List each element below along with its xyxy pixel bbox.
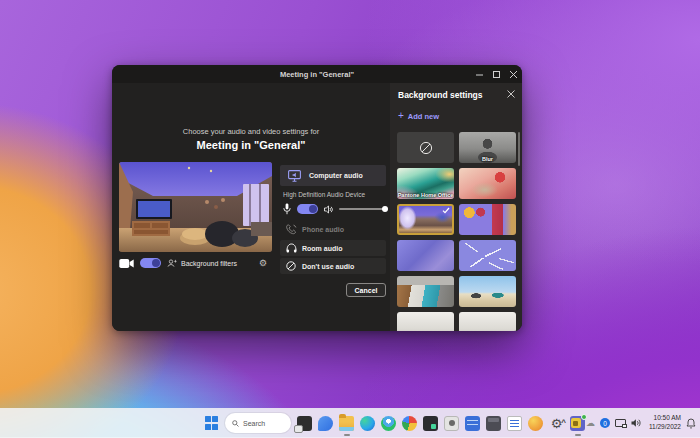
background-thumbnail-pink-scene[interactable] xyxy=(459,168,516,199)
camera-icon xyxy=(119,259,134,268)
maximize-icon xyxy=(493,71,500,78)
phone-audio-option[interactable]: Phone audio xyxy=(280,222,386,237)
windows-taskbar: Search ⚙ T ^ ☁ 0 10:50 AM 11/29/2022 xyxy=(0,408,700,438)
window-title: Meeting in "General" xyxy=(112,70,522,79)
tray-icon-yellow[interactable] xyxy=(571,418,581,428)
background-thumbnail-blur[interactable]: Blur xyxy=(459,132,516,163)
computer-audio-icon xyxy=(288,170,301,182)
orange-app-button[interactable] xyxy=(528,416,543,431)
minimize-icon xyxy=(476,71,483,78)
network-display-icon[interactable] xyxy=(615,419,626,427)
tray-overflow-chevron[interactable]: ^ xyxy=(561,419,566,427)
clock-date: 11/29/2022 xyxy=(649,423,681,432)
video-preview-room-scene xyxy=(119,162,272,252)
clock-time: 10:50 AM xyxy=(649,414,681,423)
document-app-button[interactable] xyxy=(507,416,522,431)
notifications-bell-icon[interactable] xyxy=(686,418,696,429)
background-filters-label[interactable]: Background filters xyxy=(181,260,237,267)
background-thumbnail-purple-abstract[interactable] xyxy=(397,240,454,271)
taskbar-clock[interactable]: 10:50 AM 11/29/2022 xyxy=(649,414,681,432)
background-thumbnail-none[interactable] xyxy=(397,132,454,163)
background-thumbnail-pantone-home-office[interactable]: Pantone Home Office xyxy=(397,168,454,199)
background-thumbnail-purple-living-room[interactable] xyxy=(397,204,454,235)
room-audio-option[interactable]: Room audio xyxy=(280,240,386,256)
dont-use-audio-option[interactable]: Don't use audio xyxy=(280,258,386,274)
browser-icon-1[interactable] xyxy=(381,416,396,431)
browser-icon-2[interactable] xyxy=(402,416,417,431)
background-thumbnail-red-purple-room[interactable] xyxy=(459,204,516,235)
search-icon xyxy=(232,420,239,427)
room-audio-label: Room audio xyxy=(302,245,342,252)
audio-device-name: High Definition Audio Device xyxy=(283,191,365,198)
computer-audio-option[interactable]: Computer audio xyxy=(280,165,386,186)
computer-audio-label: Computer audio xyxy=(309,172,363,179)
volume-slider-knob[interactable] xyxy=(382,206,388,212)
microphone-toggle[interactable] xyxy=(297,204,318,214)
microphone-icon xyxy=(283,203,291,215)
camera-app-button[interactable] xyxy=(444,416,459,431)
notes-app-button[interactable] xyxy=(465,416,480,431)
background-thumbnail-light-interior-1[interactable] xyxy=(397,312,454,331)
none-icon xyxy=(419,141,433,155)
volume-icon[interactable] xyxy=(631,418,641,428)
teams-meeting-window: Meeting in "General" Choose your audio a… xyxy=(112,65,522,331)
volume-slider[interactable] xyxy=(339,208,386,210)
minimize-button[interactable] xyxy=(471,65,488,83)
phone-audio-label: Phone audio xyxy=(302,226,344,233)
background-thumbnail-beach[interactable] xyxy=(459,276,516,307)
search-placeholder: Search xyxy=(243,420,265,427)
add-new-background-button[interactable]: + Add new xyxy=(398,111,439,121)
close-icon xyxy=(510,71,517,78)
windows-logo-icon xyxy=(205,416,219,430)
active-indicator xyxy=(344,434,350,436)
panel-close-icon xyxy=(507,90,515,98)
close-button[interactable] xyxy=(505,65,522,83)
device-settings-gear-icon[interactable]: ⚙ xyxy=(259,259,267,268)
plus-icon: + xyxy=(398,111,404,121)
panel-close-button[interactable] xyxy=(507,90,515,98)
background-thumbnail-grid: Blur Pantone Home Office xyxy=(397,132,516,331)
window-titlebar[interactable]: Meeting in "General" xyxy=(112,65,522,83)
maximize-button[interactable] xyxy=(488,65,505,83)
camera-toggle[interactable] xyxy=(140,258,161,268)
no-audio-icon xyxy=(286,261,296,271)
phone-audio-icon xyxy=(286,224,297,235)
background-settings-title: Background settings xyxy=(398,90,483,100)
prejoin-main-area: Choose your audio and video settings for… xyxy=(112,83,390,331)
video-preview xyxy=(119,162,272,252)
start-button[interactable] xyxy=(204,416,219,431)
background-filters-icon xyxy=(167,259,177,267)
speaker-icon xyxy=(324,205,333,214)
room-audio-icon xyxy=(286,243,297,253)
background-settings-panel: Background settings + Add new Blur xyxy=(390,83,522,331)
selected-check-icon xyxy=(442,207,450,214)
meeting-title: Meeting in "General" xyxy=(112,139,390,151)
task-view-button[interactable] xyxy=(297,416,312,431)
edge-browser-button[interactable] xyxy=(360,416,375,431)
prejoin-subtitle: Choose your audio and video settings for xyxy=(112,127,390,136)
tray-icon-blue-zero[interactable]: 0 xyxy=(600,418,610,428)
cancel-button[interactable]: Cancel xyxy=(346,283,386,297)
file-explorer-button[interactable] xyxy=(339,416,354,431)
toolbox-app-button[interactable] xyxy=(486,416,501,431)
chat-button[interactable] xyxy=(318,416,333,431)
background-thumbnail-sticky-notes[interactable] xyxy=(459,240,516,271)
onedrive-cloud-icon[interactable]: ☁ xyxy=(586,419,595,428)
dont-use-audio-label: Don't use audio xyxy=(302,263,354,270)
taskbar-search-input[interactable]: Search xyxy=(225,413,291,433)
panel-scrollbar[interactable] xyxy=(518,132,520,166)
background-thumbnail-loft-interior[interactable] xyxy=(397,276,454,307)
terminal-app-button[interactable] xyxy=(423,416,438,431)
background-thumbnail-light-interior-2[interactable] xyxy=(459,312,516,331)
